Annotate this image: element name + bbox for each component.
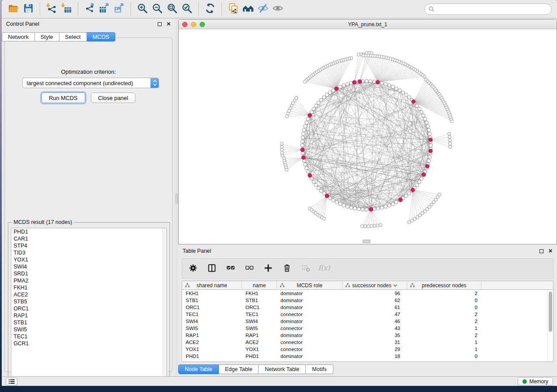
- first-neighbors-button[interactable]: [241, 2, 256, 16]
- table-cell[interactable]: SWI5: [182, 326, 242, 331]
- horizontal-splitter-grip[interactable]: [363, 240, 370, 243]
- table-cell[interactable]: TEC1: [242, 312, 277, 317]
- table-cell[interactable]: RAP1: [182, 333, 242, 338]
- column-layout-button[interactable]: [206, 263, 218, 274]
- mcds-result-node[interactable]: CAR1: [11, 235, 166, 242]
- mcds-result-node[interactable]: SRD1: [11, 270, 166, 277]
- table-cell[interactable]: connector: [277, 347, 343, 352]
- table-cell[interactable]: connector: [277, 340, 343, 345]
- mcds-result-node[interactable]: ACE2: [11, 291, 166, 298]
- column-header-name[interactable]: name: [242, 281, 277, 289]
- export-network-button[interactable]: [82, 2, 97, 16]
- float-panel-icon[interactable]: [158, 22, 162, 26]
- zoom-fit-button[interactable]: [165, 2, 180, 16]
- table-row[interactable]: ACE2ACE2connector311: [182, 339, 553, 346]
- run-mcds-button[interactable]: Run MCDS: [42, 93, 85, 103]
- table-cell[interactable]: 0: [407, 305, 481, 310]
- add-column-button[interactable]: [263, 263, 274, 274]
- mcds-result-node[interactable]: SWI5: [11, 326, 166, 333]
- mcds-result-list[interactable]: PHD1CAR1STP4TID3YOX1SWI4SRD1PMA2FKH1ACE2…: [11, 228, 167, 382]
- column-header-shared-name[interactable]: shared name: [182, 281, 242, 289]
- table-scrollbar-thumb[interactable]: [549, 292, 552, 332]
- table-row[interactable]: YOX1YOX1connector291: [182, 346, 553, 353]
- new-network-from-selection-button[interactable]: [226, 2, 241, 16]
- search-input[interactable]: [437, 6, 547, 12]
- table-cell[interactable]: TEC1: [182, 312, 242, 317]
- zoom-selected-button[interactable]: [180, 2, 194, 16]
- close-panel-button[interactable]: Close panel: [91, 93, 136, 103]
- table-cell[interactable]: 2: [407, 333, 481, 338]
- table-cell[interactable]: 1: [407, 326, 481, 331]
- mcds-result-node[interactable]: STP4: [11, 242, 166, 249]
- mcds-result-node[interactable]: TID3: [11, 249, 166, 256]
- mcds-result-node[interactable]: STB1: [11, 319, 166, 326]
- mcds-result-node[interactable]: PHD1: [11, 228, 166, 235]
- table-cell[interactable]: FKH1: [242, 291, 277, 296]
- delete-column-button[interactable]: [281, 263, 293, 274]
- criterion-dropdown[interactable]: largest connected component (undirected): [22, 78, 159, 88]
- mcds-result-node[interactable]: RAP1: [11, 312, 166, 319]
- apply-function-button[interactable]: f(x): [319, 263, 330, 274]
- table-row[interactable]: STB1STB1dominator620: [182, 297, 553, 304]
- table-cell[interactable]: dominator: [277, 354, 343, 359]
- column-header-predecessor-nodes[interactable]: predecessor nodes: [407, 281, 481, 289]
- table-cell[interactable]: 62: [343, 298, 407, 303]
- table-cell[interactable]: SWI4: [242, 319, 277, 324]
- save-session-button[interactable]: [21, 2, 36, 16]
- table-cell[interactable]: 0: [407, 298, 481, 303]
- table-cell[interactable]: 47: [343, 312, 407, 317]
- column-header-successor-nodes[interactable]: successor nodes: [343, 281, 407, 289]
- table-cell[interactable]: 43: [343, 326, 407, 331]
- table-cell[interactable]: 35: [343, 333, 407, 338]
- table-cell[interactable]: 96: [343, 291, 407, 296]
- table-cell[interactable]: dominator: [277, 291, 343, 296]
- mcds-result-node[interactable]: YOX1: [11, 256, 166, 263]
- mcds-result-node[interactable]: TEC1: [11, 333, 166, 340]
- table-cell[interactable]: STB1: [242, 298, 277, 303]
- table-cell[interactable]: dominator: [277, 298, 343, 303]
- tab-motifs[interactable]: Motifs: [306, 364, 333, 374]
- table-cell[interactable]: FKH1: [182, 291, 242, 296]
- table-row[interactable]: FKH1FKH1dominator962: [182, 290, 553, 297]
- export-table-button[interactable]: [97, 2, 112, 16]
- delete-table-button[interactable]: [300, 263, 311, 274]
- tab-network-table[interactable]: Network Table: [259, 364, 306, 374]
- close-table-panel-icon[interactable]: ✕: [548, 249, 553, 253]
- hide-selected-button[interactable]: [256, 2, 270, 16]
- table-cell[interactable]: SWI4: [182, 319, 242, 324]
- zoom-in-button[interactable]: [135, 2, 150, 16]
- mcds-result-node[interactable]: SWI4: [11, 263, 166, 270]
- table-cell[interactable]: 1: [407, 340, 481, 345]
- vertical-splitter[interactable]: [175, 18, 178, 376]
- settings-button[interactable]: [187, 263, 199, 274]
- table-cell[interactable]: 1: [407, 347, 481, 352]
- open-session-button[interactable]: [6, 2, 21, 16]
- table-row[interactable]: TEC1TEC1connector472: [182, 311, 553, 318]
- table-cell[interactable]: 18: [343, 354, 407, 359]
- tab-node-table[interactable]: Node Table: [178, 364, 219, 374]
- mcds-result-node[interactable]: STB5: [11, 298, 166, 305]
- table-row[interactable]: ORC1ORC1dominator610: [182, 304, 553, 311]
- column-header-MCDS-role[interactable]: MCDS role: [277, 281, 343, 289]
- table-row[interactable]: RAP1RAP1dominator352: [182, 332, 553, 339]
- search-box[interactable]: [424, 3, 552, 15]
- mcds-result-node[interactable]: FKH1: [11, 284, 166, 291]
- close-panel-icon[interactable]: ✕: [166, 22, 171, 26]
- table-cell[interactable]: PHD1: [242, 354, 277, 359]
- mcds-result-node[interactable]: ORC1: [11, 305, 166, 312]
- table-cell[interactable]: 2: [407, 291, 481, 296]
- tab-edge-table[interactable]: Edge Table: [219, 364, 259, 374]
- tab-mcds[interactable]: MCDS: [87, 32, 115, 41]
- table-cell[interactable]: 61: [343, 305, 407, 310]
- table-cell[interactable]: ORC1: [242, 305, 277, 310]
- deselect-all-button[interactable]: [244, 263, 255, 274]
- mcds-result-node[interactable]: PMA2: [11, 277, 166, 284]
- network-view[interactable]: [179, 29, 557, 244]
- table-cell[interactable]: YOX1: [182, 347, 242, 352]
- table-cell[interactable]: YOX1: [242, 347, 277, 352]
- apply-layout-button[interactable]: [203, 2, 218, 16]
- table-cell[interactable]: ACE2: [182, 340, 242, 345]
- table-cell[interactable]: connector: [277, 312, 343, 317]
- table-cell[interactable]: 2: [407, 312, 481, 317]
- table-cell[interactable]: ACE2: [242, 340, 277, 345]
